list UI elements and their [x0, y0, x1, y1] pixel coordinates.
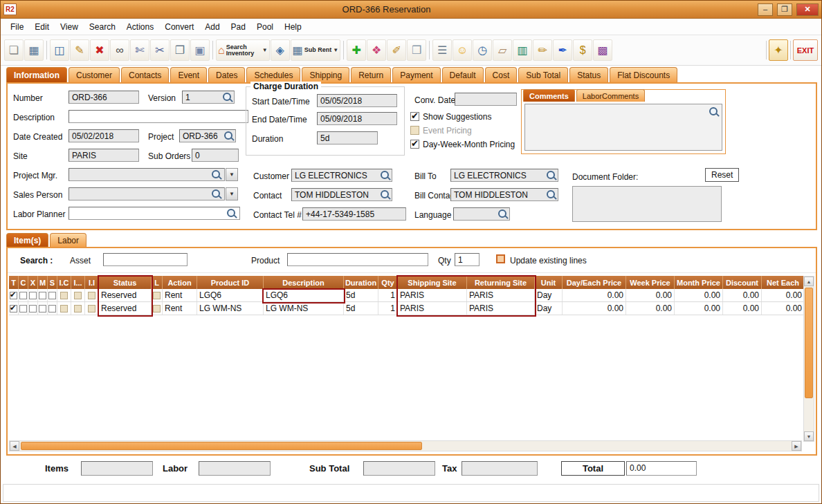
- tab-item-s[interactable]: Item(s): [6, 233, 48, 247]
- cell-week-price[interactable]: 0.00: [626, 302, 675, 315]
- number-field[interactable]: ORD-366: [68, 91, 139, 104]
- contact-field[interactable]: TOM HIDDLESTON: [291, 188, 392, 201]
- bill-contact-search-icon[interactable]: [546, 189, 557, 200]
- save-icon[interactable]: ◫: [50, 39, 69, 61]
- tab-payment[interactable]: Payment: [392, 67, 440, 82]
- cell-description[interactable]: LG WM-NS: [264, 302, 344, 315]
- funnel-icon[interactable]: ◈: [271, 39, 290, 61]
- bill-to-search-icon[interactable]: [546, 170, 557, 181]
- cell-net-each[interactable]: 0.00: [762, 289, 805, 301]
- close-button[interactable]: ✕: [796, 3, 819, 16]
- magic-wand-icon[interactable]: ✦: [769, 39, 788, 61]
- add-icon[interactable]: ✚: [347, 39, 366, 61]
- tab-shipping[interactable]: Shipping: [302, 67, 349, 82]
- cell-product-id[interactable]: LGQ6: [197, 289, 264, 301]
- customer-field[interactable]: LG ELECTRONICS: [291, 169, 392, 182]
- row-select-checkbox[interactable]: [10, 292, 17, 299]
- cell-description[interactable]: LGQ6: [264, 289, 344, 301]
- tab-labor[interactable]: Labor: [50, 233, 86, 247]
- row-checkbox[interactable]: [39, 292, 46, 299]
- menu-pad[interactable]: Pad: [226, 20, 251, 34]
- sales-person-field[interactable]: [68, 187, 225, 200]
- cell-discount[interactable]: 0.00: [723, 302, 762, 315]
- document-folder-area[interactable]: [572, 186, 722, 222]
- cell-unit[interactable]: Day: [535, 289, 563, 301]
- print-icon[interactable]: ▦: [24, 39, 44, 61]
- menu-pool[interactable]: Pool: [251, 20, 279, 34]
- labor-planner-search-icon[interactable]: [226, 208, 237, 219]
- paste-icon[interactable]: ▣: [190, 39, 210, 61]
- project-mgr-dropdown-icon[interactable]: ▼: [226, 168, 238, 181]
- menu-file[interactable]: File: [5, 20, 29, 34]
- menu-search[interactable]: Search: [84, 20, 121, 34]
- cell-qty[interactable]: 1: [378, 289, 398, 301]
- key-icon[interactable]: ✒: [553, 39, 572, 61]
- tab-return[interactable]: Return: [351, 67, 391, 82]
- customer-search-icon[interactable]: [380, 170, 391, 181]
- end-date-field[interactable]: 05/09/2018: [317, 112, 397, 125]
- tab-flat-discounts[interactable]: Flat Discounts: [610, 67, 677, 82]
- tab-dates[interactable]: Dates: [208, 67, 245, 82]
- eraser-icon[interactable]: ▱: [493, 39, 512, 61]
- time-clock-icon[interactable]: ◷: [473, 39, 492, 61]
- total-value-field[interactable]: 0.00: [626, 461, 697, 476]
- labor-total-field[interactable]: [199, 461, 271, 476]
- language-search-icon[interactable]: [497, 209, 509, 220]
- asset-input[interactable]: [103, 253, 188, 266]
- row-checkbox[interactable]: [19, 305, 27, 312]
- start-date-field[interactable]: 05/05/2018: [317, 94, 397, 107]
- qty-input[interactable]: 1: [455, 253, 480, 266]
- smiley-icon[interactable]: ☺: [453, 39, 472, 61]
- product-input[interactable]: [287, 253, 428, 266]
- bill-to-field[interactable]: LG ELECTRONICS: [450, 169, 558, 182]
- cell-action[interactable]: Rent: [163, 302, 197, 315]
- row-checkbox[interactable]: [19, 292, 27, 299]
- scroll-up-icon[interactable]: ▲: [804, 277, 814, 286]
- cell-discount[interactable]: 0.00: [723, 289, 762, 301]
- contact-search-icon[interactable]: [380, 189, 391, 200]
- cell-unit[interactable]: Day: [535, 302, 563, 315]
- scroll-right-icon[interactable]: ▶: [792, 441, 801, 451]
- reset-button[interactable]: Reset: [705, 168, 739, 182]
- menu-actions[interactable]: Actions: [121, 20, 159, 34]
- cell-status[interactable]: Reserved: [99, 302, 152, 315]
- vertical-scroll-thumb[interactable]: [805, 288, 813, 398]
- sub-rent-button[interactable]: ▦Sub Rent▼: [291, 39, 341, 61]
- description-field[interactable]: [68, 110, 248, 123]
- tab-contacts[interactable]: Contacts: [121, 67, 169, 82]
- scroll-left-icon[interactable]: ◀: [10, 441, 19, 451]
- items-total-field[interactable]: [81, 461, 153, 476]
- cell-s[interactable]: [48, 289, 57, 301]
- cell-status[interactable]: Reserved: [99, 289, 152, 301]
- horizontal-scroll-thumb[interactable]: [21, 442, 422, 450]
- copy-icon[interactable]: ❐: [170, 39, 190, 61]
- tab-comments[interactable]: Comments: [523, 89, 575, 102]
- menu-view[interactable]: View: [55, 20, 84, 34]
- menu-add[interactable]: Add: [199, 20, 225, 34]
- table-row[interactable]: ReservedRentLGQ6LGQ65d1PARISPARISDay0.00…: [9, 289, 806, 302]
- cell-t[interactable]: [9, 302, 19, 315]
- menu-convert[interactable]: Convert: [159, 20, 199, 34]
- cut-document-icon[interactable]: ✄: [130, 39, 149, 61]
- sub-total-field[interactable]: [363, 461, 435, 476]
- row-select-checkbox[interactable]: [10, 305, 17, 312]
- notepad-icon[interactable]: ✏: [533, 39, 552, 61]
- show-suggestions-checkbox[interactable]: [410, 112, 419, 121]
- tab-status[interactable]: Status: [569, 67, 608, 82]
- cell-c[interactable]: [19, 289, 28, 301]
- project-mgr-field[interactable]: [68, 168, 225, 181]
- maximize-button[interactable]: ❐: [777, 3, 792, 16]
- tab-sub-total[interactable]: Sub Total: [518, 67, 568, 82]
- menu-help[interactable]: Help: [279, 20, 307, 34]
- cell-duration[interactable]: 5d: [344, 302, 378, 315]
- cell-action[interactable]: Rent: [163, 289, 197, 301]
- kit-spheres-icon[interactable]: ❖: [367, 39, 386, 61]
- sales-person-dropdown-icon[interactable]: ▼: [226, 187, 238, 200]
- cube-icon[interactable]: ▩: [593, 39, 612, 61]
- memo-edit-icon[interactable]: ✐: [387, 39, 406, 61]
- minimize-button[interactable]: –: [758, 3, 773, 16]
- bill-contact-field[interactable]: TOM HIDDLESTON: [450, 188, 558, 201]
- row-checkbox[interactable]: [48, 305, 56, 312]
- tab-cost[interactable]: Cost: [485, 67, 518, 82]
- cell-s[interactable]: [48, 302, 57, 315]
